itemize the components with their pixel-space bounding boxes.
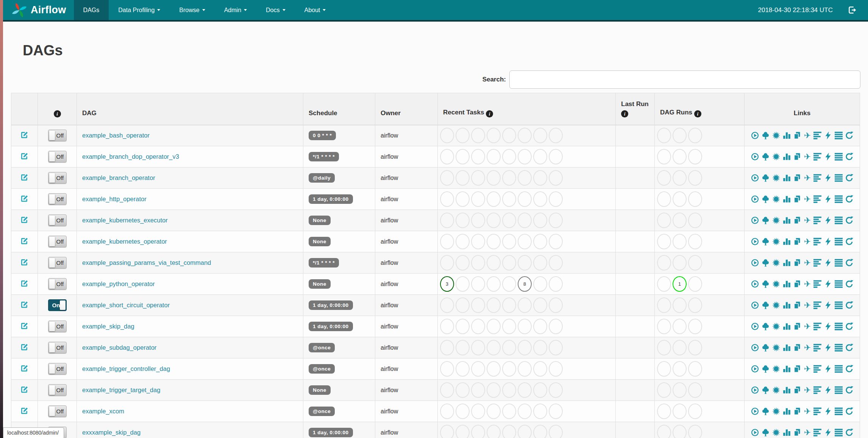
refresh-icon[interactable]: [845, 429, 853, 436]
tree-view-icon[interactable]: [762, 153, 770, 161]
code-view-icon[interactable]: [824, 259, 832, 267]
gantt-icon[interactable]: [813, 429, 821, 436]
landing-times-icon[interactable]: ✈: [804, 344, 811, 352]
dag-details-icon[interactable]: [835, 259, 843, 267]
task-duration-icon[interactable]: [783, 386, 791, 394]
tree-view-icon[interactable]: [762, 386, 770, 394]
code-view-icon[interactable]: [824, 344, 832, 352]
task-tries-icon[interactable]: [793, 153, 801, 161]
gantt-icon[interactable]: [813, 322, 821, 330]
tree-view-icon[interactable]: [762, 131, 770, 139]
gantt-icon[interactable]: [813, 301, 821, 309]
tree-view-icon[interactable]: [762, 216, 770, 224]
landing-times-icon[interactable]: ✈: [804, 365, 811, 373]
dag-details-icon[interactable]: [835, 280, 843, 288]
nav-item-dags[interactable]: DAGs: [74, 0, 109, 20]
landing-times-icon[interactable]: ✈: [804, 429, 811, 436]
pause-toggle[interactable]: Off: [48, 172, 67, 184]
landing-times-icon[interactable]: ✈: [804, 386, 811, 394]
task-duration-icon[interactable]: [783, 407, 791, 415]
refresh-icon[interactable]: [845, 153, 853, 161]
task-tries-icon[interactable]: [793, 238, 801, 246]
trigger-dag-icon[interactable]: [751, 429, 759, 436]
dag-link[interactable]: example_http_operator: [82, 196, 147, 202]
dag-link[interactable]: example_xcom: [82, 408, 124, 415]
dag-link[interactable]: example_trigger_target_dag: [82, 386, 160, 393]
refresh-icon[interactable]: [845, 259, 853, 267]
code-view-icon[interactable]: [824, 386, 832, 394]
dag-details-icon[interactable]: [835, 386, 843, 394]
edit-dag-icon[interactable]: [20, 173, 29, 183]
tree-view-icon[interactable]: [762, 174, 770, 182]
task-state-circle[interactable]: 8: [518, 276, 532, 292]
task-tries-icon[interactable]: [793, 216, 801, 224]
refresh-icon[interactable]: [845, 280, 853, 288]
code-view-icon[interactable]: [824, 216, 832, 224]
landing-times-icon[interactable]: ✈: [804, 216, 811, 224]
dag-link[interactable]: example_trigger_controller_dag: [82, 365, 170, 372]
task-tries-icon[interactable]: [793, 365, 801, 373]
graph-view-icon[interactable]: [772, 407, 780, 415]
task-tries-icon[interactable]: [793, 280, 801, 288]
edit-dag-icon[interactable]: [20, 406, 29, 416]
task-duration-icon[interactable]: [783, 238, 791, 246]
task-state-circle[interactable]: 3: [440, 276, 454, 292]
graph-view-icon[interactable]: [772, 365, 780, 373]
pause-toggle[interactable]: Off: [48, 214, 67, 226]
dag-details-icon[interactable]: [835, 322, 843, 330]
code-view-icon[interactable]: [824, 407, 832, 415]
pause-toggle[interactable]: Off: [48, 130, 67, 141]
dag-link[interactable]: example_kubernetes_executor: [82, 217, 168, 224]
nav-item-admin[interactable]: Admin: [215, 0, 256, 20]
pause-toggle[interactable]: On: [48, 299, 67, 311]
task-duration-icon[interactable]: [783, 131, 791, 139]
code-view-icon[interactable]: [824, 195, 832, 203]
nav-item-browse[interactable]: Browse: [170, 0, 214, 20]
nav-item-about[interactable]: About: [295, 0, 336, 20]
trigger-dag-icon[interactable]: [751, 259, 759, 267]
dag-details-icon[interactable]: [835, 174, 843, 182]
graph-view-icon[interactable]: [772, 280, 780, 288]
code-view-icon[interactable]: [824, 429, 832, 436]
pause-toggle[interactable]: Off: [48, 363, 67, 375]
refresh-icon[interactable]: [845, 195, 853, 203]
pause-toggle[interactable]: Off: [48, 278, 67, 290]
tree-view-icon[interactable]: [762, 429, 770, 436]
gantt-icon[interactable]: [813, 238, 821, 246]
gantt-icon[interactable]: [813, 386, 821, 394]
tree-view-icon[interactable]: [762, 195, 770, 203]
trigger-dag-icon[interactable]: [751, 344, 759, 352]
trigger-dag-icon[interactable]: [751, 386, 759, 394]
graph-view-icon[interactable]: [772, 131, 780, 139]
pause-toggle[interactable]: Off: [48, 151, 67, 163]
graph-view-icon[interactable]: [772, 153, 780, 161]
code-view-icon[interactable]: [824, 280, 832, 288]
edit-dag-icon[interactable]: [20, 300, 29, 310]
gantt-icon[interactable]: [813, 153, 821, 161]
nav-item-docs[interactable]: Docs: [256, 0, 295, 20]
graph-view-icon[interactable]: [772, 429, 780, 436]
task-tries-icon[interactable]: [793, 322, 801, 330]
tree-view-icon[interactable]: [762, 301, 770, 309]
edit-dag-icon[interactable]: [20, 215, 29, 225]
logout-icon[interactable]: [848, 6, 857, 14]
pause-toggle[interactable]: Off: [48, 236, 67, 247]
edit-dag-icon[interactable]: [20, 194, 29, 204]
refresh-icon[interactable]: [845, 322, 853, 330]
edit-dag-icon[interactable]: [20, 321, 29, 332]
trigger-dag-icon[interactable]: [751, 322, 759, 330]
graph-view-icon[interactable]: [772, 174, 780, 182]
tree-view-icon[interactable]: [762, 259, 770, 267]
task-duration-icon[interactable]: [783, 429, 791, 436]
dag-details-icon[interactable]: [835, 365, 843, 373]
code-view-icon[interactable]: [824, 153, 832, 161]
graph-view-icon[interactable]: [772, 195, 780, 203]
gantt-icon[interactable]: [813, 131, 821, 139]
dag-details-icon[interactable]: [835, 407, 843, 415]
gantt-icon[interactable]: [813, 195, 821, 203]
code-view-icon[interactable]: [824, 365, 832, 373]
tree-view-icon[interactable]: [762, 365, 770, 373]
pause-toggle[interactable]: Off: [48, 342, 67, 354]
landing-times-icon[interactable]: ✈: [804, 174, 811, 182]
task-duration-icon[interactable]: [783, 322, 791, 330]
